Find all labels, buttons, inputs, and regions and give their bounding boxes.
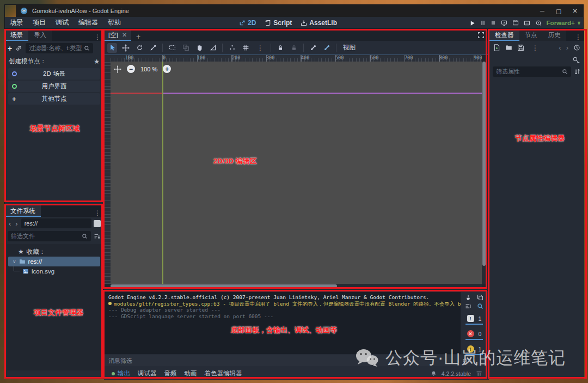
zoom-in-button[interactable]: + — [163, 65, 171, 73]
view-menu[interactable]: 视图 — [341, 44, 358, 52]
play-scene-button[interactable] — [512, 20, 519, 26]
tab-shader-editor[interactable]: 着色器编辑器 — [205, 369, 242, 378]
inspector-dock-menu-icon[interactable]: ⋮ — [572, 33, 584, 41]
minimize-button[interactable]: ─ — [534, 5, 550, 17]
tab-debugger[interactable]: 调试器 — [138, 369, 157, 378]
menu-debug[interactable]: 调试 — [51, 17, 74, 28]
zoom-out-button[interactable]: − — [127, 65, 135, 73]
group-select-button[interactable] — [181, 43, 191, 53]
search-docs-icon[interactable] — [572, 56, 580, 64]
vertical-scrollbar[interactable] — [482, 62, 486, 284]
zoom-level[interactable]: 100 % — [140, 66, 157, 72]
search-output-icon[interactable] — [477, 303, 483, 309]
create-2d-scene-button[interactable]: 2D 场景 — [8, 68, 100, 80]
warning-count-toggle[interactable]: ! 1 — [465, 344, 483, 355]
toggle-split-mode-button[interactable] — [94, 220, 101, 227]
menu-help[interactable]: 帮助 — [103, 17, 126, 28]
grid-snap-button[interactable] — [241, 43, 250, 53]
tab-node[interactable]: 节点 — [519, 29, 543, 41]
skeleton-options-button[interactable] — [322, 43, 332, 53]
scale-tool-button[interactable] — [148, 43, 158, 53]
ruler-tool-button[interactable] — [208, 43, 218, 53]
message-count-toggle[interactable]: ! 1 — [465, 314, 483, 325]
scene-dock: 场景 导入 ⋮ + 过滤器:名称、t:类型 ⋮ 创建根节点： ★ 2D 场景 用… — [5, 29, 104, 203]
canvas-2d[interactable]: − 100 % + — [111, 62, 482, 284]
save-resource-icon[interactable] — [517, 44, 524, 51]
filesystem-dock-menu-icon[interactable]: ⋮ — [91, 209, 103, 217]
copy-output-icon[interactable] — [477, 294, 483, 301]
property-filter-input[interactable]: 筛选属性 — [493, 66, 571, 77]
unlock-button[interactable] — [289, 43, 299, 53]
tab-import[interactable]: 导入 — [28, 29, 52, 41]
file-filter-input[interactable]: 筛选文件 — [8, 231, 91, 241]
favorites-star-icon[interactable]: ★ — [94, 58, 100, 65]
workspace-tab-2d[interactable]: 2D — [239, 19, 256, 27]
tab-animation[interactable]: 动画 — [185, 369, 197, 378]
history-back-icon[interactable]: ‹ — [559, 44, 561, 52]
tab-history[interactable]: 历史 — [543, 29, 566, 41]
clear-output-icon[interactable] — [465, 294, 471, 301]
play-custom-scene-button[interactable] — [524, 20, 530, 26]
favorites-row[interactable]: ★ 收藏： — [7, 247, 101, 257]
play-button[interactable] — [469, 20, 475, 26]
file-row-icon-svg[interactable]: icon.svg — [7, 266, 101, 276]
center-view-icon[interactable] — [114, 65, 121, 73]
maximize-button[interactable]: ▢ — [550, 5, 567, 17]
sort-files-icon[interactable] — [94, 233, 101, 240]
renderer-dropdown[interactable]: Forward+ ∨ — [547, 20, 581, 26]
resource-menu-icon[interactable]: ⋮ — [529, 44, 541, 52]
message-filter-input[interactable]: 消息筛选 — [104, 355, 489, 366]
tab-audio[interactable]: 音频 — [164, 369, 177, 378]
select-tool-button[interactable] — [107, 43, 117, 53]
history-forward-icon[interactable]: › — [566, 44, 568, 52]
scene-tab-empty[interactable]: [空] ✕ — [104, 29, 131, 41]
movie-mode-button[interactable] — [535, 20, 542, 26]
scene-filter-input[interactable]: 过滤器:名称、t:类型 — [26, 43, 93, 53]
expand-bottom-panel-icon[interactable] — [476, 370, 482, 377]
new-resource-icon[interactable] — [493, 44, 500, 51]
skeleton-button[interactable] — [308, 43, 318, 53]
path-field[interactable]: res:// — [21, 218, 91, 228]
nav-back-icon[interactable]: ‹ — [8, 220, 12, 228]
chevron-expanded-icon[interactable]: ∨ — [13, 259, 16, 264]
select-region-button[interactable] — [167, 43, 177, 53]
load-resource-folder-icon[interactable] — [505, 44, 512, 51]
tab-filesystem[interactable]: 文件系统 — [5, 205, 41, 217]
smart-snap-button[interactable] — [227, 43, 237, 53]
close-tab-icon[interactable]: ✕ — [122, 32, 127, 39]
move-tool-button[interactable] — [121, 43, 131, 53]
workspace-tab-script[interactable]: Script — [265, 19, 292, 27]
root-folder-row[interactable]: ∨ res:// — [8, 257, 100, 266]
pause-button[interactable] — [480, 20, 486, 26]
stop-button[interactable] — [491, 20, 496, 26]
lock-button[interactable] — [275, 43, 285, 53]
separator — [222, 44, 223, 52]
add-node-button[interactable]: + — [8, 44, 12, 53]
horizontal-scrollbar[interactable] — [111, 284, 482, 288]
menu-project[interactable]: 项目 — [28, 17, 51, 28]
scene-dock-menu-icon[interactable]: ⋮ — [91, 33, 103, 41]
tab-scene[interactable]: 场景 — [5, 29, 28, 41]
instance-scene-link-icon[interactable] — [15, 45, 22, 52]
rotate-tool-button[interactable] — [134, 43, 144, 53]
error-count-toggle[interactable]: ✕ 0 — [465, 329, 483, 340]
create-other-node-button[interactable]: + 其他节点 — [8, 93, 100, 105]
history-clock-icon[interactable] — [573, 44, 580, 51]
workspace-tab-assetlib[interactable]: AssetLib — [301, 19, 337, 27]
pan-tool-button[interactable] — [194, 43, 204, 53]
menu-bar: 场景 项目 调试 编辑器 帮助 2D Script AssetLib — [5, 17, 583, 29]
menu-editor[interactable]: 编辑器 — [74, 17, 103, 28]
nav-forward-icon[interactable]: › — [14, 220, 19, 228]
close-button[interactable]: ✕ — [567, 5, 583, 17]
menu-scene[interactable]: 场景 — [5, 17, 28, 28]
create-ui-scene-button[interactable]: 用户界面 — [8, 81, 100, 92]
property-sort-icon[interactable] — [574, 68, 581, 75]
notification-bell-icon[interactable] — [431, 370, 437, 376]
new-scene-tab-button[interactable]: + — [131, 32, 145, 41]
collapse-duplicates-icon[interactable] — [465, 303, 471, 309]
distraction-free-icon[interactable] — [473, 29, 489, 41]
snap-options-menu-icon[interactable]: ⋮ — [254, 44, 266, 52]
tab-inspector[interactable]: 检查器 — [489, 29, 519, 41]
play-remote-button[interactable] — [501, 20, 507, 26]
tab-output[interactable]: 输出 — [112, 369, 130, 378]
